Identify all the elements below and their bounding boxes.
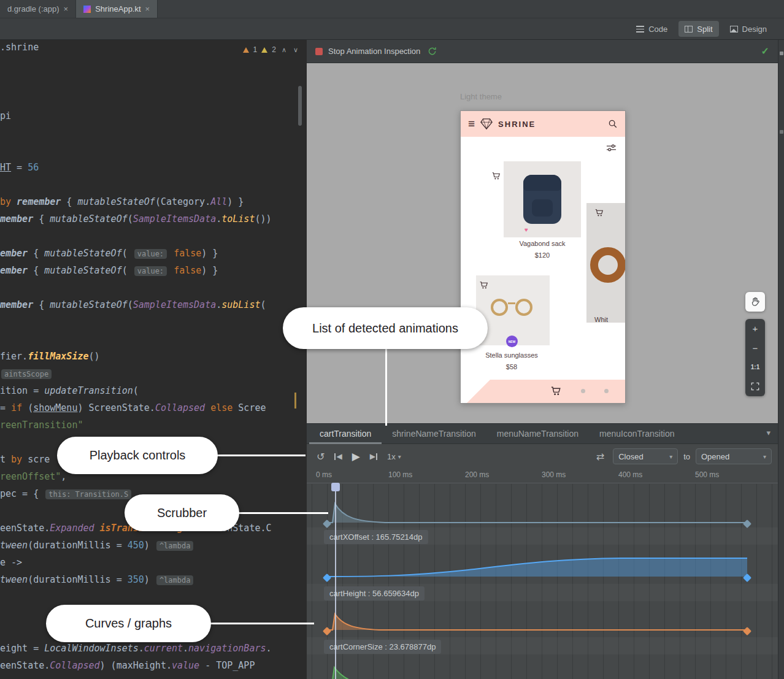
timeline-scrubber-handle[interactable] xyxy=(331,483,340,491)
curve-partial-green xyxy=(327,666,747,679)
previous-issue-button[interactable]: ∧ xyxy=(280,46,288,54)
go-to-start-button[interactable]: ◀ xyxy=(329,445,347,468)
view-mode-design[interactable]: Design xyxy=(724,21,773,37)
code-line: ember { mutableStateOf( value: false) } xyxy=(0,248,307,265)
chevron-down-icon[interactable]: ▾ xyxy=(766,428,771,437)
animation-tabs: cartTransitionshrineNameTransitionmenuNa… xyxy=(309,424,685,444)
editor-scrollbar[interactable] xyxy=(298,86,302,126)
warning-icon xyxy=(261,47,267,53)
code-line xyxy=(0,316,307,334)
animation-tab-menuIconTransition[interactable]: menuIconTransition xyxy=(589,424,685,444)
design-icon xyxy=(730,26,738,33)
playback-speed-dropdown[interactable]: 1x ▾ xyxy=(382,445,406,468)
swap-states-icon[interactable]: ⇄ xyxy=(596,451,604,462)
add-to-cart-icon xyxy=(594,208,604,217)
build-success-check-icon: ✓ xyxy=(761,45,769,57)
close-icon[interactable]: × xyxy=(145,4,150,13)
curve-cartXOffset xyxy=(327,502,747,524)
filter-icon xyxy=(606,144,617,152)
product-name: Vagabond sack xyxy=(504,240,581,247)
view-mode-code[interactable]: Code xyxy=(630,21,674,37)
caret-down-icon: ▾ xyxy=(669,453,672,460)
code-line xyxy=(0,334,307,351)
timeline-ruler[interactable]: 0 ms100 ms200 ms300 ms400 ms500 ms xyxy=(307,468,778,483)
callout-line xyxy=(385,348,387,426)
add-to-cart-icon xyxy=(491,171,501,180)
callout-list-of-detected-animations: List of detected animations xyxy=(283,307,488,349)
search-icon xyxy=(608,119,618,129)
from-state-dropdown[interactable]: Closed ▾ xyxy=(613,448,678,464)
replay-button[interactable]: ↺ xyxy=(312,445,329,468)
shrine-app-preview: ≡ SHRINE xyxy=(460,110,626,404)
code-line: by remember { mutableStateOf(Category.Al… xyxy=(0,196,307,213)
product-name: Whit xyxy=(594,316,626,323)
timeline-tick: 500 ms xyxy=(695,470,719,479)
code-line: eenState.Collapsed) (maxHeight.value - T… xyxy=(0,660,307,677)
zoom-out-button[interactable]: − xyxy=(745,339,765,358)
code-line: fier.fillMaxSize() xyxy=(0,351,307,368)
code-line: ember { mutableStateOf( value: false) } xyxy=(0,265,307,282)
code-line: tween(durationMillis = 450) ^lambda xyxy=(0,540,307,557)
curve-cartCornerSize xyxy=(327,612,747,631)
zoom-actual-button[interactable]: 1:1 xyxy=(745,358,765,377)
zoom-in-button[interactable]: + xyxy=(745,319,765,339)
play-button[interactable]: ▶ xyxy=(347,445,365,468)
animation-tabs-row: cartTransitionshrineNameTransitionmenuNa… xyxy=(307,424,778,444)
animation-tab-menuNameTransition[interactable]: menuNameTransition xyxy=(486,424,589,444)
code-line xyxy=(0,76,307,93)
warning-count: 1 xyxy=(253,45,258,54)
page-dot xyxy=(604,389,609,393)
android-studio-window: d.gradle (:app) × ShrineApp.kt × Code Sp… xyxy=(0,0,784,679)
split-icon xyxy=(685,26,693,33)
code-line: reenTransition" xyxy=(0,420,307,437)
scrubber-line[interactable] xyxy=(335,491,336,679)
product-name: Stella sunglasses xyxy=(463,351,561,359)
callout-line xyxy=(210,623,314,624)
timeline-tick: 100 ms xyxy=(388,470,412,479)
fit-screen-icon xyxy=(751,382,759,391)
shrine-title: SHRINE xyxy=(498,120,536,129)
tab-shrineapp-kt[interactable]: ShrineApp.kt × xyxy=(76,0,158,18)
curve-cartHeight xyxy=(327,557,747,578)
tab-build-gradle[interactable]: d.gradle (:app) × xyxy=(0,0,76,18)
next-issue-button[interactable]: ∨ xyxy=(292,46,299,54)
zoom-fit-button[interactable] xyxy=(745,377,765,397)
stop-animation-inspection-button[interactable]: Stop Animation Inspection xyxy=(315,47,420,56)
cart-bottom-bar xyxy=(461,380,625,403)
tab-label: ShrineApp.kt xyxy=(95,4,140,13)
timeline-tick: 300 ms xyxy=(542,470,566,479)
product-price: $120 xyxy=(504,251,581,259)
tab-label: d.gradle (:app) xyxy=(7,4,60,13)
stop-icon xyxy=(315,48,323,55)
animation-tab-shrineNameTransition[interactable]: shrineNameTransition xyxy=(382,424,486,444)
go-to-end-button[interactable]: ▶ xyxy=(365,445,382,468)
timeline-tick: 400 ms xyxy=(618,470,642,479)
code-line xyxy=(0,179,307,196)
hand-icon xyxy=(750,296,761,308)
animation-preview-panel: cartTransitionshrineNameTransitionmenuNa… xyxy=(307,423,778,679)
shrine-app-bar: ≡ SHRINE xyxy=(461,111,625,137)
code-line xyxy=(0,128,307,145)
warning-icon xyxy=(243,47,249,53)
animation-tab-cartTransition[interactable]: cartTransition xyxy=(309,424,382,444)
close-icon[interactable]: × xyxy=(64,4,69,13)
code-line: ition = updateTransition( xyxy=(0,385,307,402)
refresh-icon[interactable] xyxy=(428,47,437,56)
pan-tool-button[interactable] xyxy=(745,292,765,312)
callout-scrubber: Scrubber xyxy=(125,494,239,531)
view-mode-split[interactable]: Split xyxy=(678,21,718,37)
timeline-tick: 200 ms xyxy=(465,470,489,479)
curve-label: cartCornerSize : 23.678877dp xyxy=(324,640,441,654)
preview-canvas[interactable]: Light theme ≡ SHRINE xyxy=(307,63,778,423)
code-line: pi xyxy=(0,110,307,128)
code-editor[interactable]: .shrinepiHT = 56by remember { mutableSta… xyxy=(0,40,307,679)
hamburger-menu-icon: ≡ xyxy=(468,117,475,131)
to-state-dropdown[interactable]: Opened ▾ xyxy=(696,448,772,464)
tool-window-icon[interactable] xyxy=(780,52,783,55)
code-line xyxy=(0,145,307,162)
to-label: to xyxy=(683,452,690,461)
code-line xyxy=(0,282,307,299)
cart-icon xyxy=(550,385,562,396)
kotlin-file-icon xyxy=(83,6,91,13)
tool-window-icon[interactable] xyxy=(780,130,783,134)
